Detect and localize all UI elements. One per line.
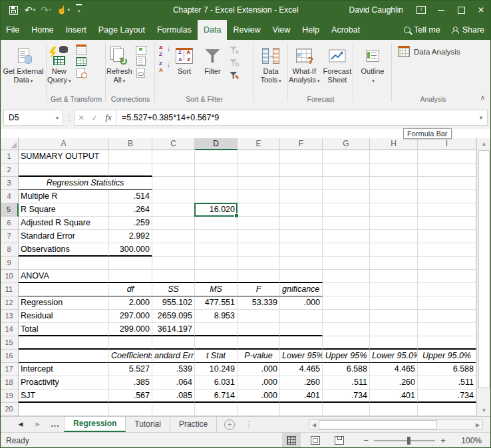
sort-descending-icon[interactable]: ZA↓: [159, 61, 171, 73]
cell-I14[interactable]: [418, 323, 476, 336]
tab-formulas[interactable]: Formulas: [151, 20, 198, 40]
cell-I13[interactable]: [418, 310, 476, 323]
insert-function-icon[interactable]: fx: [101, 112, 116, 123]
clear-filter-icon[interactable]: ✕: [228, 45, 239, 55]
cell-I2[interactable]: [418, 164, 476, 177]
customize-qat-icon[interactable]: ▾: [76, 4, 82, 16]
name-box[interactable]: D5 ▾: [3, 110, 63, 126]
cancel-icon[interactable]: ✕: [75, 114, 88, 122]
cell-I20[interactable]: [418, 403, 476, 416]
row-header-8[interactable]: 8: [0, 243, 19, 257]
cell-C19[interactable]: .085: [152, 390, 195, 403]
cell-B10[interactable]: [109, 270, 152, 283]
advanced-filter-icon[interactable]: ✎: [228, 70, 239, 80]
cell-F10[interactable]: [280, 270, 323, 283]
cell-D7[interactable]: [195, 230, 238, 243]
cell-C12[interactable]: 955.102: [152, 296, 195, 310]
cell-E2[interactable]: [238, 164, 280, 177]
cell-I4[interactable]: [418, 190, 476, 203]
cell-D12[interactable]: 477.551: [195, 296, 238, 310]
cell-D1[interactable]: [195, 150, 238, 164]
cell-H17[interactable]: 4.465: [370, 363, 418, 376]
forecast-sheet-button[interactable]: Forecast Sheet: [323, 40, 352, 84]
cell-A10[interactable]: ANOVA: [19, 270, 109, 283]
column-header-I[interactable]: I: [418, 138, 476, 150]
zoom-slider-handle[interactable]: [407, 437, 410, 445]
cell-D20[interactable]: [195, 403, 238, 416]
cell-B12[interactable]: 2.000: [109, 296, 152, 310]
cell-E17[interactable]: .000: [238, 363, 280, 376]
cell-E10[interactable]: [238, 270, 280, 283]
tab-review[interactable]: Review: [227, 20, 266, 40]
row-header-17[interactable]: 17: [0, 363, 19, 376]
cell-B16[interactable]: Coefficients: [109, 350, 152, 363]
cell-H14[interactable]: [370, 323, 418, 336]
cell-H8[interactable]: [370, 243, 418, 257]
tell-me-box[interactable]: Tell me: [404, 25, 440, 35]
cell-B7[interactable]: 2.992: [109, 230, 152, 243]
cell-H2[interactable]: [370, 164, 418, 177]
tab-file[interactable]: File: [0, 20, 25, 40]
cell-G14[interactable]: [323, 323, 370, 336]
edit-links-icon[interactable]: [136, 68, 146, 77]
new-query-button[interactable]: New Query▾: [47, 40, 71, 85]
scroll-down-icon[interactable]: ▼: [479, 405, 489, 415]
cell-H16[interactable]: Lower 95.0%: [370, 350, 418, 363]
cell-B6[interactable]: .259: [109, 217, 152, 230]
row-header-11[interactable]: 11: [0, 283, 19, 296]
cell-I11[interactable]: [418, 283, 476, 296]
cell-H15[interactable]: [370, 336, 418, 350]
cell-A12[interactable]: Regression: [19, 296, 109, 310]
cell-E7[interactable]: [238, 230, 280, 243]
cell-G6[interactable]: [323, 217, 370, 230]
cell-D8[interactable]: [195, 243, 238, 257]
tab-insert[interactable]: Insert: [60, 20, 92, 40]
cell-C6[interactable]: [152, 217, 195, 230]
cell-F19[interactable]: .401: [280, 390, 323, 403]
cell-H13[interactable]: [370, 310, 418, 323]
next-sheet-icon[interactable]: ▶: [29, 417, 47, 432]
cell-D13[interactable]: 8.953: [195, 310, 238, 323]
cell-B2[interactable]: [109, 164, 152, 177]
tab-data[interactable]: Data: [198, 20, 227, 40]
cell-E6[interactable]: [238, 217, 280, 230]
recent-sources-icon[interactable]: [76, 68, 86, 77]
cell-C16[interactable]: andard Err: [152, 350, 195, 363]
sheet-tab-regression[interactable]: Regression: [64, 417, 126, 432]
prev-sheet-icon[interactable]: ◀: [12, 417, 29, 432]
cell-G7[interactable]: [323, 230, 370, 243]
row-header-16[interactable]: 16: [0, 350, 19, 363]
cell-E20[interactable]: [238, 403, 280, 416]
cell-C20[interactable]: [152, 403, 195, 416]
cell-F2[interactable]: [280, 164, 323, 177]
scroll-left-icon[interactable]: ◀: [309, 422, 319, 428]
horizontal-scroll-thumb[interactable]: [319, 420, 437, 429]
cell-B19[interactable]: .567: [109, 390, 152, 403]
cell-A8[interactable]: Observations: [19, 243, 109, 257]
reapply-filter-icon[interactable]: ↻: [228, 58, 239, 67]
cell-C13[interactable]: 2659.095: [152, 310, 195, 323]
cell-I10[interactable]: [418, 270, 476, 283]
cell-G5[interactable]: [323, 203, 370, 217]
cell-H7[interactable]: [370, 230, 418, 243]
cell-D16[interactable]: t Stat: [195, 350, 238, 363]
cell-F15[interactable]: [280, 336, 323, 350]
cell-C5[interactable]: [152, 203, 195, 217]
cell-F7[interactable]: [280, 230, 323, 243]
cell-H19[interactable]: .401: [370, 390, 418, 403]
redo-icon[interactable]: ↷▾: [41, 5, 51, 15]
cell-E13[interactable]: [238, 310, 280, 323]
cell-B9[interactable]: [109, 257, 152, 270]
formula-bar-handle[interactable]: ⋮: [66, 114, 71, 122]
cell-E12[interactable]: 53.339: [238, 296, 280, 310]
cell-E1[interactable]: [238, 150, 280, 164]
filter-button[interactable]: Filter: [204, 40, 220, 76]
cell-F12[interactable]: .000: [280, 296, 323, 310]
column-header-B[interactable]: B: [109, 138, 152, 150]
cell-G13[interactable]: [323, 310, 370, 323]
cell-D19[interactable]: 6.714: [195, 390, 238, 403]
cell-A18[interactable]: Proactivity: [19, 376, 109, 390]
refresh-all-button[interactable]: ↻ Refresh All▾: [106, 40, 132, 85]
cell-I5[interactable]: [418, 203, 476, 217]
column-header-A[interactable]: A: [19, 138, 109, 150]
